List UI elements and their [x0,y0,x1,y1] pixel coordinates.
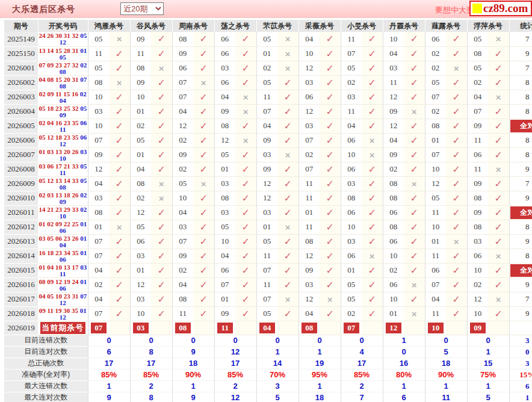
current-kill-label: 当前期杀号 [40,322,85,334]
current-kill-number-cell: 03 [130,321,151,335]
draw-numbers-cell: 01 02 09 22 25 0106 [38,220,88,234]
summary-value: 1 [425,380,467,392]
kill-number-cell: 12 [383,119,404,133]
check-icon: ✓ [200,193,208,203]
check-icon: ✓ [495,309,503,319]
check-icon: ✓ [453,164,460,175]
kill-number-cell: 02 [467,277,488,292]
kill-number-cell: 07 [298,162,320,176]
table-row: 202514924 26 30 31 32 051205×09✓08✓06✓05… [4,32,532,46]
summary-value-text: 9 [191,393,195,402]
check-icon: ✓ [242,49,250,59]
check-icon: ✓ [158,49,165,59]
kill-number-cell: 10 [88,90,109,104]
table-row: 202601114 21 23 29 33 021008✓12✓04✓03✓03… [4,205,532,220]
summary-stat-text: 3 [525,336,530,345]
summary-stat-cell: 6 [509,380,532,392]
summary-value-text: 8 [149,393,153,402]
summary-stat-text: 15% [519,370,532,379]
kill-mark-cell: ✓ [320,306,341,321]
check-icon: ✓ [242,251,250,261]
check-icon: ✓ [158,135,165,146]
summary-value: 0 [341,335,383,346]
period-cell: 2026004 [4,104,38,119]
kill-number-cell: 05 [130,220,151,234]
kill-mark-cell: ✓ [320,46,341,61]
kill-mark-cell: ✓ [193,263,214,277]
check-icon: ✓ [495,222,503,232]
current-kill-mark-cell [109,321,130,335]
summary-value-text: 9 [191,347,195,356]
summary-value-text: 19 [315,359,324,368]
kill-number-cell: 01 [256,46,277,61]
summary-value-text: 4 [359,347,363,356]
kill-number-cell: 12 [130,205,151,220]
summary-value-text: 11 [442,393,450,402]
current-kill-badge: 11 [217,323,233,333]
summary-value: 1 [256,346,298,357]
summary-value-text: 0 [317,336,321,345]
kill-mark-cell: ✓ [193,306,214,321]
check-icon: ✓ [326,251,334,261]
kill-number-cell: 07 [88,133,109,147]
current-kill-badge: 08 [302,323,317,333]
kill-number-cell: 12 [298,249,320,263]
check-icon: ✓ [116,309,123,319]
summary-value-text: 1 [191,382,195,391]
kill-number-cell: 07 [172,75,193,90]
kill-mark-cell: × [362,249,383,263]
kill-number-cell: 02 [130,119,151,133]
summary-stat-cell: 15% [509,369,532,380]
check-icon: ✓ [116,208,123,218]
kill-number-cell: 08 [383,176,404,191]
current-kill-number-cell: 07 [341,321,362,335]
check-icon: ✓ [495,237,503,247]
kill-number-cell: 04 [130,162,151,176]
summary-value: 2 [214,380,256,392]
kill-mark-cell: ✓ [320,277,341,292]
period-range-select[interactable]: 近20期 [120,2,164,15]
summary-value-text: 7 [359,393,363,402]
current-kill-badge: 10 [428,323,444,333]
summary-value-text: 2 [359,382,363,391]
kill-number-cell: 05 [88,61,109,75]
header-kill-1: 谷风杀号 [130,20,172,32]
check-icon: ✓ [453,309,460,319]
kill-number-cell: 11 [467,162,488,176]
kill-number-cell: 07 [172,234,193,249]
kill-number-cell: 11 [341,104,362,119]
summary-row: 准确率(全对率)85%85%90%85%70%95%85%80%90%75%15… [4,369,532,380]
kill-mark-cell: ✓ [151,133,172,147]
summary-stat-cell: 3 [509,335,532,346]
front-numbers: 08 09 12 19 24 [39,278,78,285]
kill-mark-cell: ✓ [362,277,383,292]
site-logo[interactable]: cz89.com [469,1,532,16]
summary-value: 12 [214,392,256,402]
kill-mark-cell: ✓ [446,263,467,277]
all-correct-badge: 全对 [510,264,532,277]
check-icon: ✓ [200,49,208,59]
table-row: 202600405 18 23 25 32 050903✓01✓04✓09×07… [4,104,532,119]
kill-number-cell: 10 [425,162,446,176]
kill-number-cell: 11 [298,220,320,234]
kill-mark-cell: × [277,220,298,234]
check-icon: ✓ [410,63,418,73]
back-number-2: 08 [60,68,66,75]
kill-number-cell: 02 [341,306,362,321]
check-icon: ✓ [242,294,250,305]
kill-mark-cell: × [193,75,214,90]
kill-mark-cell: ✓ [151,147,172,162]
stat-cell: 8 [509,133,532,147]
kill-number-cell: 09 [298,263,320,277]
stat-cell: 7 [509,61,532,75]
kill-mark-cell: ✓ [320,234,341,249]
front-numbers: 09 11 19 30 35 [39,307,78,314]
kill-mark-cell: ✓ [362,263,383,277]
summary-value: 11 [425,392,467,402]
kill-number-cell: 05 [256,32,277,46]
check-icon: ✓ [453,92,460,102]
summary-value: 9 [88,392,130,402]
draw-numbers-cell: 01 04 10 13 17 0311 [38,263,88,277]
kill-number-cell: 12 [88,162,109,176]
kill-number-cell: 05 [467,61,488,75]
